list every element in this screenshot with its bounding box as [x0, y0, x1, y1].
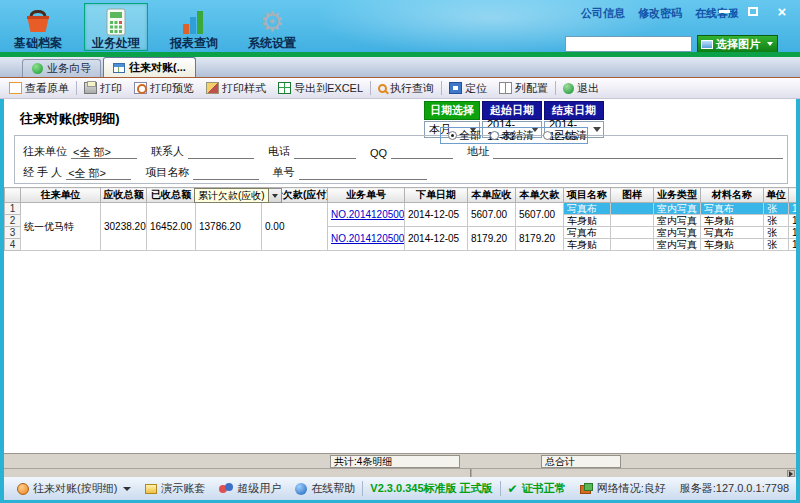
users-icon — [219, 483, 233, 495]
radio-icon — [490, 131, 499, 140]
run-query-button[interactable]: 执行查询 — [372, 79, 440, 98]
export-excel-button[interactable]: 导出到EXCEL — [272, 79, 369, 98]
tab-reconciliation[interactable]: 往来对账(... — [103, 57, 196, 77]
tab-business-wizard[interactable]: 业务向导 — [22, 59, 101, 77]
account-set-button[interactable]: 演示账套 — [138, 481, 212, 496]
record-count: 共计:4条明细 — [330, 455, 460, 468]
contact-field[interactable] — [188, 145, 254, 159]
col-header[interactable]: 单位 — [764, 188, 789, 203]
radio-settled[interactable]: 已结清 — [543, 128, 587, 143]
handler-label: 经 手 人 — [23, 165, 62, 180]
print-style-button[interactable]: 打印样式 — [200, 79, 272, 98]
online-help-button[interactable]: 在线帮助 — [288, 481, 362, 496]
lock-screen-button[interactable]: 锁屏 — [796, 481, 800, 496]
radio-label: 未结清 — [501, 128, 534, 143]
pencil-icon — [206, 82, 219, 94]
column-filter-hint: 累计欠款(应收) — [194, 188, 282, 203]
cell-qty: 1. — [789, 203, 797, 215]
nav-label: 业务处理 — [92, 37, 140, 50]
button-label: 列配置 — [515, 81, 548, 96]
nav-item-business[interactable]: 业务处理 — [84, 3, 148, 51]
order-link[interactable]: NO.201412050001 — [331, 209, 405, 220]
cell-unit-name: 张 — [764, 215, 789, 227]
col-header[interactable]: 图样 — [611, 188, 654, 203]
exit-button[interactable]: 退出 — [557, 79, 605, 98]
col-header[interactable] — [789, 188, 797, 203]
current-user-button[interactable]: 超级用户 — [212, 481, 288, 496]
company-info-link[interactable]: 公司信息 — [581, 6, 625, 21]
column-config-button[interactable]: 列配置 — [493, 79, 554, 98]
phone-field[interactable] — [294, 145, 356, 159]
scrollbar-divider — [470, 469, 472, 477]
window-controls: × — [716, 5, 790, 18]
row-number: 4 — [5, 239, 21, 251]
col-header[interactable]: 下单日期 — [405, 188, 468, 203]
radio-icon — [543, 131, 552, 140]
col-header[interactable]: 已收总额 — [147, 188, 196, 203]
row-number: 1 — [5, 203, 21, 215]
unit-field[interactable]: <全 部> — [71, 145, 137, 159]
module-menu-button[interactable]: 往来对账(按明细) — [10, 481, 138, 496]
col-header[interactable] — [5, 188, 21, 203]
separator — [441, 81, 442, 95]
qq-label: QQ — [370, 147, 387, 159]
globe-icon — [32, 63, 43, 74]
nav-item-settings[interactable]: ⚙ 系统设置 — [240, 3, 304, 51]
user-label: 超级用户 — [237, 481, 281, 496]
col-header[interactable]: 本单欠款 — [516, 188, 564, 203]
table-row[interactable]: 1 统一优马特 30238.20 16452.00 13786.20 0.00 … — [5, 203, 797, 215]
col-header[interactable]: 业务类型 — [654, 188, 701, 203]
button-label: 退出 — [577, 81, 599, 96]
note-icon — [145, 484, 157, 494]
image-search-input[interactable] — [565, 36, 692, 52]
order-link[interactable]: NO.201412050002 — [331, 233, 405, 244]
check-icon: ✔ — [508, 482, 518, 496]
pick-image-button[interactable]: 选择图片 — [697, 35, 778, 52]
orderno-field[interactable] — [299, 166, 427, 180]
separator — [370, 81, 371, 95]
print-preview-button[interactable]: 打印预览 — [128, 79, 200, 98]
cell-owed-receivable: 13786.20 — [196, 203, 262, 251]
scroll-right-arrow[interactable] — [787, 470, 795, 477]
locate-icon — [449, 82, 462, 94]
radio-all[interactable]: 全部 — [448, 128, 481, 143]
col-header[interactable]: 材料名称 — [701, 188, 764, 203]
orderno-label: 单号 — [273, 165, 295, 180]
maximize-button[interactable] — [745, 5, 761, 18]
printer-icon — [84, 82, 97, 94]
column-filter-dropdown[interactable] — [269, 188, 282, 203]
qq-field[interactable] — [391, 145, 453, 159]
button-label: 导出到EXCEL — [294, 81, 363, 96]
account-label: 演示账套 — [161, 481, 205, 496]
gear-icon: ⚙ — [260, 6, 284, 37]
project-field[interactable] — [193, 166, 258, 180]
cell-unit: 统一优马特 — [21, 203, 101, 251]
button-label: 打印预览 — [150, 81, 194, 96]
locate-button[interactable]: 定位 — [443, 79, 493, 98]
col-header[interactable]: 项目名称 — [564, 188, 611, 203]
cell-project: 车身贴 — [564, 239, 611, 251]
col-header[interactable]: 业务单号 — [328, 188, 405, 203]
radio-unsettled[interactable]: 未结清 — [490, 128, 534, 143]
cell-type: 室内写真 — [654, 203, 701, 215]
col-header[interactable]: 本单应收 — [468, 188, 516, 203]
close-button[interactable]: × — [774, 5, 790, 18]
handler-field[interactable]: <全 部> — [66, 166, 131, 180]
change-password-link[interactable]: 修改密码 — [638, 6, 682, 21]
nav-item-reports[interactable]: 报表查询 — [162, 3, 226, 51]
grand-total-label: 总合计 — [541, 455, 621, 468]
minimize-button[interactable] — [716, 5, 732, 18]
address-field[interactable] — [493, 145, 783, 159]
col-header[interactable]: 应收总额 — [101, 188, 147, 203]
horizontal-scrollbar[interactable] — [4, 468, 796, 477]
button-label: 打印 — [100, 81, 122, 96]
print-button[interactable]: 打印 — [78, 79, 128, 98]
view-original-button[interactable]: 查看原单 — [3, 79, 75, 98]
col-header[interactable]: 往来单位 — [21, 188, 101, 203]
cell-received-total: 16452.00 — [147, 203, 196, 251]
cell-project: 车身贴 — [564, 215, 611, 227]
tab-label: 往来对账(... — [129, 60, 186, 75]
nav-item-base-archive[interactable]: 基础档案 — [6, 3, 70, 51]
app-window: 基础档案 业务处理 — [0, 0, 800, 503]
radio-icon — [448, 131, 457, 140]
